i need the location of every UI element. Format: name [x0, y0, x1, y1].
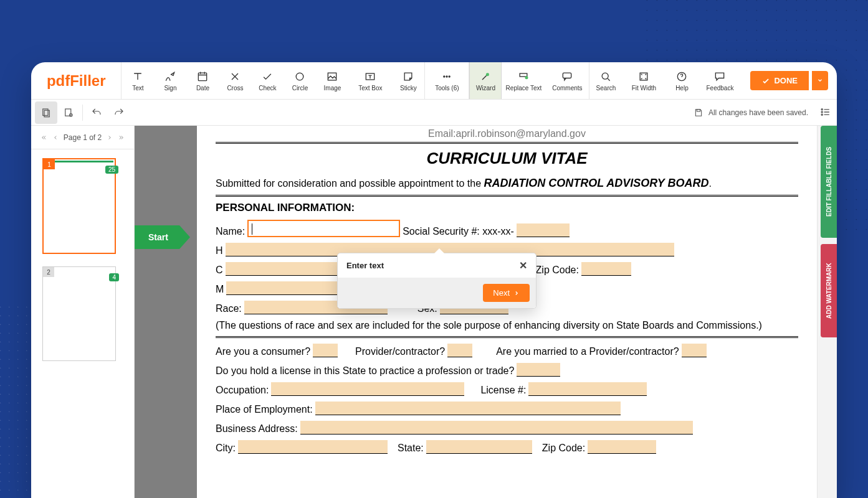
- tool-text[interactable]: Text: [122, 62, 154, 99]
- fields-list-icon[interactable]: [819, 106, 832, 118]
- field-zip1[interactable]: [581, 262, 631, 276]
- thumb-page-number: 2: [43, 267, 54, 277]
- field-license-no[interactable]: [528, 382, 647, 396]
- label-provider: Provider/contractor?: [355, 346, 445, 357]
- field-license-q[interactable]: [517, 363, 560, 377]
- tool-check-label: Check: [259, 85, 276, 92]
- field-city2[interactable]: [238, 440, 388, 454]
- top-toolbar: pdfFiller Text Sign Date Cross Check Cir…: [31, 62, 837, 100]
- wizard-start-flag[interactable]: Start: [135, 225, 179, 249]
- row-name: Name: Social Security #: xxx-xx-: [216, 220, 798, 237]
- tool-feedback[interactable]: Feedback: [698, 62, 742, 99]
- rail-wm-label: ADD WATERMARK: [826, 263, 832, 319]
- label-employment: Place of Employment:: [216, 404, 313, 415]
- thumbnails: 1 25 2 4: [31, 149, 134, 370]
- tool-replace[interactable]: Replace Text: [502, 62, 545, 99]
- svg-rect-18: [697, 109, 700, 111]
- tool-image[interactable]: Image: [316, 62, 348, 99]
- tool-comments-label: Comments: [552, 85, 582, 92]
- popover-title: Enter text: [346, 261, 384, 270]
- subtitle-pre: Submitted for consideration and possible…: [216, 178, 484, 189]
- page-navigator: Page 1 of 2: [31, 126, 134, 149]
- tool-date-label: Date: [196, 85, 209, 92]
- rule: [216, 336, 798, 338]
- tool-check[interactable]: Check: [251, 62, 284, 99]
- label-city2: City:: [216, 443, 236, 454]
- page-indicator: Page 1 of 2: [64, 133, 102, 142]
- svg-rect-0: [199, 73, 207, 81]
- thumbnail-page-1[interactable]: 1 25: [42, 158, 116, 254]
- row-license-q: Do you hold a license in this State to p…: [216, 363, 798, 377]
- label-ssn: Social Security #: xxx-xx-: [403, 226, 514, 237]
- save-status: All changes have been saved.: [694, 108, 833, 118]
- brand-logo: pdfFiller: [31, 62, 122, 99]
- svg-point-21: [821, 114, 823, 115]
- tool-more[interactable]: Tools (6): [425, 62, 469, 99]
- field-employment[interactable]: [315, 402, 621, 415]
- edit-fillable-fields-tab[interactable]: EDIT FILLABLE FIELDS: [821, 126, 837, 238]
- undo-button[interactable]: [85, 101, 108, 124]
- next-page-icon[interactable]: [107, 134, 113, 141]
- done-button[interactable]: DONE: [750, 71, 809, 90]
- row-consumer: Are you a consumer? Provider/contractor?…: [216, 344, 798, 357]
- tool-more-label: Tools (6): [435, 85, 459, 92]
- field-zip2[interactable]: [588, 440, 656, 454]
- tool-sign[interactable]: Sign: [154, 62, 186, 99]
- field-biz[interactable]: [300, 421, 693, 435]
- tool-fit-label: Fit Width: [632, 85, 656, 92]
- tool-feedback-label: Feedback: [706, 85, 733, 92]
- field-provider[interactable]: [447, 344, 472, 357]
- first-page-icon[interactable]: [41, 134, 47, 141]
- tool-date[interactable]: Date: [186, 62, 219, 99]
- divider: [82, 105, 83, 121]
- redo-button[interactable]: [108, 101, 130, 124]
- svg-rect-2: [328, 73, 336, 80]
- field-consumer[interactable]: [313, 344, 338, 357]
- settings-icon[interactable]: [57, 101, 80, 124]
- tool-sticky[interactable]: Sticky: [392, 62, 424, 99]
- prev-page-icon[interactable]: [52, 134, 59, 141]
- row-city2: City: State: Zip Code:: [216, 440, 798, 454]
- wizard-popover: Enter text ✕ Next: [337, 253, 537, 309]
- tool-text-label: Text: [132, 85, 143, 92]
- row-biz: Business Address:: [216, 421, 798, 435]
- rule: [216, 195, 798, 197]
- tool-fit[interactable]: Fit Width: [622, 62, 665, 99]
- label-state: State:: [398, 443, 424, 454]
- tool-help[interactable]: Help: [665, 62, 698, 99]
- svg-point-11: [603, 73, 609, 79]
- app-window: pdfFiller Text Sign Date Cross Check Cir…: [31, 62, 837, 498]
- field-name[interactable]: [247, 220, 400, 237]
- svg-point-19: [821, 109, 823, 110]
- rule: [216, 142, 798, 144]
- svg-rect-14: [43, 109, 48, 116]
- popover-close[interactable]: ✕: [519, 260, 527, 271]
- last-page-icon[interactable]: [118, 134, 124, 141]
- document-canvas[interactable]: Start Email:april.robinson@maryland.gov …: [135, 126, 817, 498]
- secondary-bar: All changes have been saved.: [31, 100, 837, 126]
- pages-panel-toggle[interactable]: [35, 101, 57, 124]
- field-occupation[interactable]: [271, 382, 464, 396]
- tool-comments[interactable]: Comments: [545, 62, 589, 99]
- doc-email: Email:april.robinson@maryland.gov: [216, 126, 798, 139]
- thumb-field-count: 4: [109, 273, 119, 281]
- popover-next-button[interactable]: Next: [483, 284, 530, 302]
- svg-point-9: [525, 76, 528, 79]
- tool-cross[interactable]: Cross: [219, 62, 251, 99]
- field-ssn[interactable]: [517, 223, 570, 237]
- next-label: Next: [493, 288, 510, 298]
- tool-textbox[interactable]: Text Box: [348, 62, 392, 99]
- tool-image-label: Image: [324, 85, 341, 92]
- subtitle-bold: RADIATION CONTROL ADVISORY BOARD: [484, 177, 709, 189]
- thumbnails-sidebar: Page 1 of 2 1 25 2 4: [31, 126, 135, 498]
- done-label: DONE: [774, 76, 798, 85]
- done-caret[interactable]: [812, 71, 828, 90]
- thumbnail-page-2[interactable]: 2 4: [42, 266, 116, 361]
- add-watermark-tab[interactable]: ADD WATERMARK: [821, 244, 837, 337]
- done-wrap: DONE: [742, 62, 837, 99]
- tool-search[interactable]: Search: [589, 62, 622, 99]
- field-state[interactable]: [426, 440, 532, 454]
- tool-wizard[interactable]: Wizard: [469, 62, 502, 99]
- tool-circle[interactable]: Circle: [284, 62, 316, 99]
- field-married[interactable]: [682, 344, 707, 357]
